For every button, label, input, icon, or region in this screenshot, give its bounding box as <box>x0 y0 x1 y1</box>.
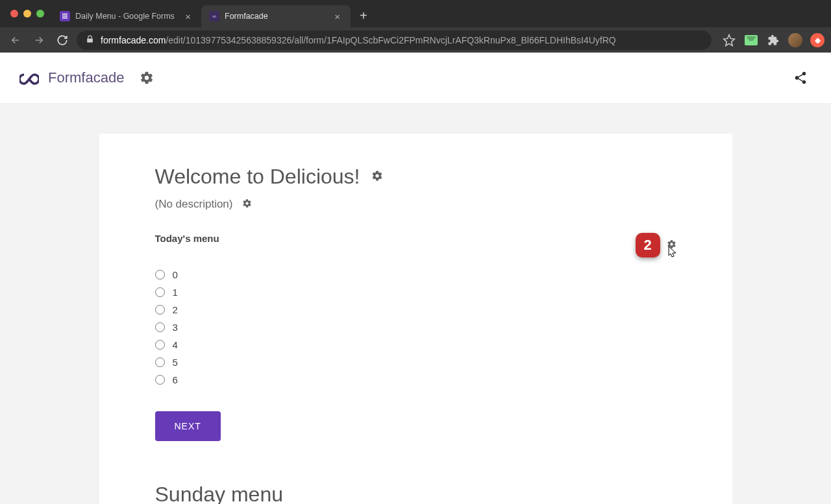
bookmark-icon[interactable] <box>722 33 736 47</box>
form-description: (No description) <box>155 198 233 211</box>
option-1[interactable]: 1 <box>155 287 676 298</box>
toolbar: formfacade.com/edit/10139775342563885932… <box>0 27 831 53</box>
tab-daily-menu[interactable]: Daily Menu - Google Forms × <box>52 5 201 27</box>
extensions-icon[interactable] <box>766 33 780 47</box>
mail-extension-icon[interactable] <box>744 33 758 47</box>
options-list: 0 1 2 3 4 5 6 <box>155 269 676 385</box>
radio-input[interactable] <box>155 340 165 350</box>
option-4[interactable]: 4 <box>155 339 676 350</box>
option-label: 6 <box>173 374 178 385</box>
brand[interactable]: Formfacade <box>19 69 124 86</box>
extension-badge-icon[interactable]: ◆ <box>810 33 825 47</box>
question-label: Today's menu <box>155 233 219 244</box>
annotation-badge: 2 <box>636 233 660 258</box>
url-host: formfacade.com <box>101 35 166 45</box>
radio-input[interactable] <box>155 270 165 280</box>
tab-title: Formfacade <box>225 12 327 21</box>
svg-rect-1 <box>62 16 68 17</box>
close-tab-icon[interactable]: × <box>332 11 343 22</box>
question-todays-menu: Today's menu 2 0 1 2 3 4 5 6 NEXT <box>155 233 676 441</box>
tab-bar: Daily Menu - Google Forms × ∞ Formfacade… <box>0 0 831 27</box>
option-label: 5 <box>173 357 178 368</box>
radio-input[interactable] <box>155 322 165 332</box>
section-sunday-menu: Sunday menu (No description) <box>155 483 676 504</box>
cursor-icon <box>668 246 678 259</box>
option-label: 4 <box>173 339 178 350</box>
address-bar[interactable]: formfacade.com/edit/10139775342563885932… <box>77 30 712 50</box>
new-tab-button[interactable]: + <box>351 8 377 23</box>
lock-icon <box>86 35 94 45</box>
title-settings-icon[interactable] <box>371 170 383 184</box>
question-settings-icon[interactable] <box>667 239 676 252</box>
option-2[interactable]: 2 <box>155 304 676 315</box>
option-label: 0 <box>173 269 178 280</box>
option-label: 3 <box>173 322 178 333</box>
option-5[interactable]: 5 <box>155 357 676 368</box>
browser-chrome: Daily Menu - Google Forms × ∞ Formfacade… <box>0 0 831 53</box>
url-path: /edit/101397753425638859326/all/form/1FA… <box>166 35 615 45</box>
share-button[interactable] <box>789 67 812 89</box>
maximize-window-button[interactable] <box>36 10 44 18</box>
radio-input[interactable] <box>155 287 165 297</box>
close-window-button[interactable] <box>10 10 18 18</box>
description-settings-icon[interactable] <box>242 198 252 211</box>
radio-input[interactable] <box>155 375 165 385</box>
window-controls <box>6 10 52 18</box>
radio-input[interactable] <box>155 357 165 367</box>
forward-button[interactable] <box>30 31 48 49</box>
option-label: 1 <box>173 287 178 298</box>
radio-input[interactable] <box>155 305 165 315</box>
option-label: 2 <box>173 304 178 315</box>
minimize-window-button[interactable] <box>23 10 31 18</box>
svg-rect-2 <box>62 18 68 19</box>
close-tab-icon[interactable]: × <box>182 11 193 22</box>
google-forms-icon <box>60 11 70 21</box>
section-title: Sunday menu <box>155 483 676 504</box>
form-card: Welcome to Delicious! (No description) T… <box>99 134 732 504</box>
form-canvas: Welcome to Delicious! (No description) T… <box>0 104 831 504</box>
settings-button[interactable] <box>136 67 158 89</box>
profile-avatar[interactable] <box>788 33 802 47</box>
brand-logo-icon <box>19 72 39 84</box>
next-button[interactable]: NEXT <box>155 411 221 441</box>
tab-formfacade[interactable]: ∞ Formfacade × <box>201 5 351 27</box>
form-title: Welcome to Delicious! <box>155 165 360 189</box>
brand-name: Formfacade <box>48 69 124 86</box>
reload-button[interactable] <box>53 31 71 49</box>
svg-rect-0 <box>62 14 68 15</box>
tab-title: Daily Menu - Google Forms <box>75 12 177 21</box>
option-0[interactable]: 0 <box>155 269 676 280</box>
app-header: Formfacade <box>0 53 831 104</box>
toolbar-actions: ◆ <box>717 33 825 47</box>
option-6[interactable]: 6 <box>155 374 676 385</box>
formfacade-icon: ∞ <box>209 11 219 21</box>
url-text: formfacade.com/edit/10139775342563885932… <box>101 35 616 45</box>
option-3[interactable]: 3 <box>155 322 676 333</box>
back-button[interactable] <box>6 31 25 49</box>
